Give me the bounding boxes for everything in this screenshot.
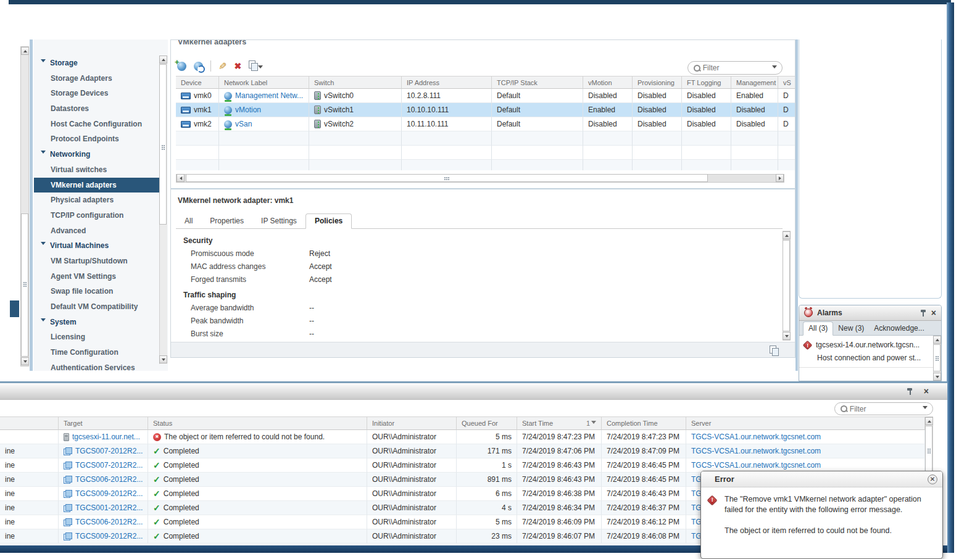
column-header-ft-logging[interactable]: FT Logging	[682, 76, 731, 89]
alarms-scrollbar[interactable]	[933, 336, 941, 381]
sidebar-item-authentication-services[interactable]: Authentication Services	[34, 360, 159, 371]
sidebar-section-storage[interactable]: Storage	[34, 56, 159, 71]
pin-icon[interactable]	[907, 387, 913, 395]
filter-input[interactable]	[703, 64, 772, 72]
network-label-link[interactable]: Management Netw...	[235, 91, 303, 100]
left-pane-scrollbar[interactable]	[20, 46, 29, 366]
tasks-filter-box[interactable]	[834, 402, 933, 415]
scroll-right-arrow[interactable]	[776, 174, 784, 182]
scroll-left-arrow[interactable]	[176, 174, 185, 182]
network-label-link[interactable]: vMotion	[235, 106, 261, 114]
tab-policies[interactable]: Policies	[305, 213, 352, 229]
policies-scrollbar[interactable]	[783, 231, 791, 341]
column-header-initiator[interactable]: Initiator	[367, 416, 457, 430]
column-header-server[interactable]: Server	[686, 416, 925, 430]
scroll-down-arrow[interactable]	[783, 332, 791, 340]
tab-properties[interactable]: Properties	[201, 214, 252, 228]
target-link[interactable]: TGCS006-2012R2...	[75, 518, 143, 526]
column-header-vmotion[interactable]: vMotion	[583, 76, 633, 89]
sidebar-item-protocol-endpoints[interactable]: Protocol Endpoints	[34, 131, 159, 147]
network-label-link[interactable]: vSan	[235, 120, 252, 128]
adapters-filter-box[interactable]	[687, 61, 783, 75]
server-link[interactable]: TGCS-VCSA1.our.network.tgcsnet.com	[691, 461, 821, 470]
column-header-queued-for[interactable]: Queued For	[457, 416, 517, 430]
alarms-tab-new[interactable]: New (3)	[833, 322, 869, 335]
sidebar-item-storage-devices[interactable]: Storage Devices	[34, 86, 159, 101]
chevron-down-icon[interactable]	[923, 406, 928, 412]
target-link[interactable]: TGCS006-2012R2...	[75, 475, 143, 484]
scroll-up-arrow[interactable]	[925, 417, 933, 425]
scrollbar-thumb[interactable]	[783, 240, 790, 331]
column-header-device[interactable]: Device	[176, 76, 219, 89]
export-copy-button[interactable]	[249, 60, 263, 72]
tab-all[interactable]: All	[176, 214, 201, 228]
remove-icon[interactable]: ✖	[234, 61, 241, 71]
sidebar-item-tcpip-configuration[interactable]: TCP/IP configuration	[34, 208, 159, 223]
sidebar-item-agent-vm-settings[interactable]: Agent VM Settings	[34, 269, 159, 284]
adapter-row-vmk1-selected[interactable]: vmk1 vMotion vSwitch1 10.10.10.111 Defau…	[176, 103, 795, 117]
scrollbar-thumb[interactable]	[21, 213, 28, 357]
sidebar-item-time-configuration[interactable]: Time Configuration	[34, 345, 159, 360]
sidebar-section-virtual-machines[interactable]: Virtual Machines	[34, 238, 159, 254]
scrollbar-thumb[interactable]	[925, 426, 932, 475]
column-header-completion-time[interactable]: Completion Time	[602, 416, 686, 430]
column-header-clipped[interactable]: vS	[778, 76, 795, 89]
alarms-tab-acknowledged[interactable]: Acknowledge...	[869, 322, 929, 335]
scroll-up-arrow[interactable]	[933, 336, 941, 344]
server-link[interactable]: TGCS-VCSA1.our.network.tgcsnet.com	[691, 447, 821, 455]
scroll-down-arrow[interactable]	[159, 355, 167, 363]
alarm-item[interactable]: tgcsesxi-14.our.network.tgcsn...	[799, 336, 941, 349]
column-header-ip-address[interactable]: IP Address	[402, 76, 492, 89]
filter-input[interactable]	[850, 405, 923, 413]
edit-icon[interactable]: ✎	[218, 60, 226, 72]
scroll-up-arrow[interactable]	[783, 231, 791, 239]
target-link[interactable]: TGCS007-2012R2...	[75, 461, 143, 470]
column-header-tcpip-stack[interactable]: TCP/IP Stack	[492, 76, 583, 89]
sidebar-section-system[interactable]: System	[34, 315, 159, 330]
close-icon[interactable]: ×	[924, 387, 929, 395]
sidebar-item-advanced[interactable]: Advanced	[34, 223, 159, 239]
sidebar-item-host-cache-configuration[interactable]: Host Cache Configuration	[34, 117, 159, 132]
export-icon[interactable]	[770, 346, 778, 355]
target-link[interactable]: TGCS009-2012R2...	[75, 489, 143, 498]
scrollbar-thumb[interactable]	[933, 344, 941, 371]
alarms-tab-all[interactable]: All (3)	[803, 321, 833, 336]
server-link[interactable]: TGCS-VCSA1.our.network.tgcsnet.com	[691, 433, 821, 441]
adapter-row-vmk0[interactable]: vmk0 Management Netw... vSwitch0 10.2.8.…	[176, 89, 795, 103]
target-link[interactable]: TGCS009-2012R2...	[75, 532, 143, 540]
sidebar-item-virtual-switches[interactable]: Virtual switches	[34, 162, 159, 178]
adapters-horizontal-scrollbar[interactable]	[176, 174, 784, 183]
sidebar-item-vm-startup-shutdown[interactable]: VM Startup/Shutdown	[34, 254, 159, 269]
column-header-network-label[interactable]: Network Label	[219, 76, 309, 89]
sidebar-item-vmkernel-adapters[interactable]: VMkernel adapters	[34, 178, 159, 193]
scroll-down-arrow[interactable]	[21, 357, 29, 365]
error-dialog-header[interactable]: Error ✕	[701, 471, 942, 487]
target-link[interactable]: TGCS001-2012R2...	[75, 503, 143, 512]
target-link[interactable]: tgcsesxi-11.our.net...	[72, 433, 140, 441]
column-header-target[interactable]: Target	[59, 416, 148, 430]
sidebar-item-swap-file-location[interactable]: Swap file location	[34, 284, 159, 299]
scrollbar-thumb[interactable]	[186, 174, 708, 182]
sidebar-section-networking[interactable]: Networking	[34, 147, 159, 162]
column-header-switch[interactable]: Switch	[309, 76, 402, 89]
tab-ip-settings[interactable]: IP Settings	[252, 214, 305, 228]
pin-icon[interactable]	[920, 309, 927, 317]
add-networking-icon[interactable]	[177, 62, 186, 71]
scroll-up-arrow[interactable]	[159, 56, 167, 64]
sidebar-item-storage-adapters[interactable]: Storage Adapters	[34, 71, 159, 86]
sidebar-item-physical-adapters[interactable]: Physical adapters	[34, 193, 159, 208]
sidebar-item-licensing[interactable]: Licensing	[34, 329, 159, 345]
adapter-row-vmk2[interactable]: vmk2 vSan vSwitch2 10.11.10.111 Default …	[176, 117, 795, 131]
scrollbar-thumb[interactable]	[159, 64, 167, 225]
sidebar-item-default-vm-compatibility[interactable]: Default VM Compatibility	[34, 299, 159, 315]
target-link[interactable]: TGCS007-2012R2...	[75, 447, 143, 455]
close-icon[interactable]: ✕	[928, 474, 937, 484]
sidebar-scrollbar[interactable]	[159, 56, 167, 364]
task-row[interactable]: tgcsesxi-11.our.net... The object or ite…	[0, 430, 925, 444]
column-header-start-time[interactable]: Start Time1	[517, 416, 602, 430]
scroll-up-arrow[interactable]	[21, 47, 29, 55]
refresh-networking-icon[interactable]	[194, 62, 203, 71]
sidebar-item-datastores[interactable]: Datastores	[34, 101, 159, 117]
scroll-down-arrow[interactable]	[933, 373, 941, 381]
chevron-down-icon[interactable]	[772, 65, 777, 71]
